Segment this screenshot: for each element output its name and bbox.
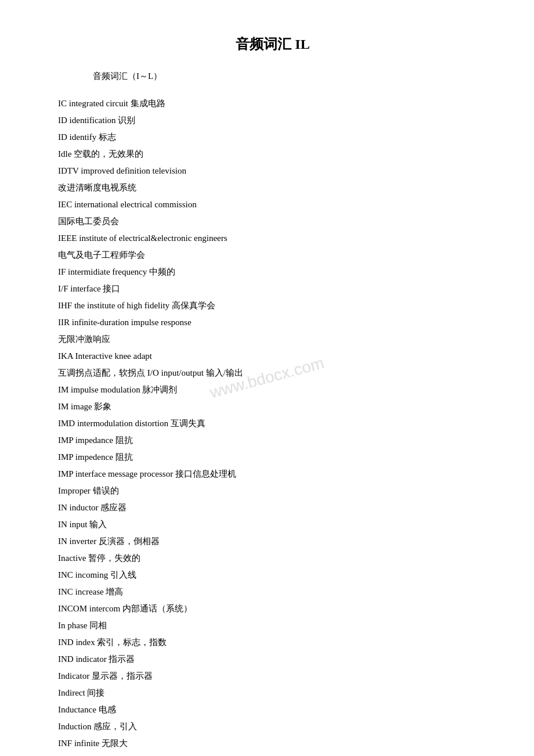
list-item: IMP impedence 阻抗: [58, 449, 488, 465]
list-item: 互调拐点适配，软拐点 I/O input/output 输入/输出: [58, 365, 488, 381]
list-item: IND index 索引，标志，指数: [58, 635, 488, 650]
list-item: Inductance 电感: [58, 702, 488, 718]
list-item: IND indicator 指示器: [58, 651, 488, 667]
list-item: IHF the institute of high fidelity 高保真学会: [58, 298, 488, 314]
list-item: In phase 同相: [58, 618, 488, 633]
list-item: 国际电工委员会: [58, 214, 488, 229]
list-item: Indirect 间接: [58, 685, 488, 701]
list-item: IM impulse modulation 脉冲调剂: [58, 382, 488, 398]
list-item: I/F interface 接口: [58, 281, 488, 297]
list-item: IMP impedance 阻抗: [58, 433, 488, 448]
list-item: 无限冲激响应: [58, 332, 488, 347]
list-item: IMD intermodulation distortion 互调失真: [58, 416, 488, 431]
list-item: INC increase 增高: [58, 584, 488, 600]
list-item: Indicator 显示器，指示器: [58, 668, 488, 684]
page-title: 音频词汇 IL: [58, 35, 488, 53]
list-item: IKA Interactive knee adapt: [58, 348, 488, 364]
list-item: Induction 感应，引入: [58, 719, 488, 735]
list-item: IIR infinite-duration impulse response: [58, 315, 488, 330]
list-item: IN input 输入: [58, 517, 488, 532]
list-item: IEC international electrical commission: [58, 197, 488, 213]
list-item: IMP interface message processor 接口信息处理机: [58, 466, 488, 482]
list-item: ID identify 标志: [58, 129, 488, 145]
list-item: 改进清晰度电视系统: [58, 180, 488, 196]
list-item: Improper 错误的: [58, 483, 488, 499]
list-item: IN inductor 感应器: [58, 500, 488, 516]
list-item: IN inverter 反演器，倒相器: [58, 534, 488, 549]
list-item: INCOM intercom 内部通话（系统）: [58, 601, 488, 617]
list-item: Idle 空载的，无效果的: [58, 146, 488, 162]
list-item: IDTV improved definition television: [58, 163, 488, 179]
list-item: ID identification 识别: [58, 113, 488, 128]
list-item: 电气及电子工程师学会: [58, 247, 488, 263]
list-item: IM image 影象: [58, 399, 488, 415]
content-area: IC integrated circuit 集成电路ID identificat…: [58, 96, 488, 751]
list-item: INC incoming 引入线: [58, 567, 488, 583]
list-item: IF intermidiate frequency 中频的: [58, 264, 488, 280]
subtitle: 音频词汇（I～L）: [93, 71, 488, 82]
list-item: Inactive 暂停，失效的: [58, 550, 488, 566]
list-item: IC integrated circuit 集成电路: [58, 96, 488, 111]
list-item: INF infinite 无限大: [58, 736, 488, 751]
list-item: IEEE institute of electrical&electronic …: [58, 231, 488, 246]
